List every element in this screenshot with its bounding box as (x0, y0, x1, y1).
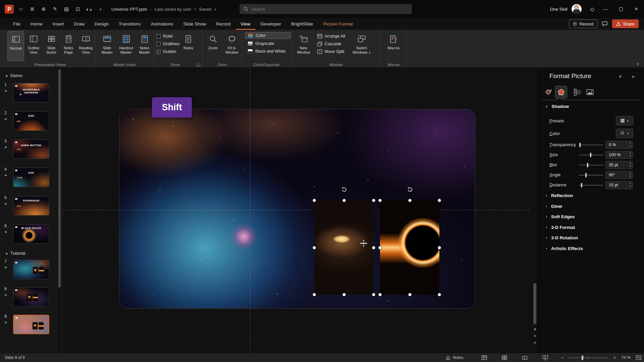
notes-page-button[interactable]: Notes Page (60, 31, 76, 61)
scroll-up-chevron-icon[interactable]: ∧ (532, 326, 538, 332)
minimize-button[interactable]: — (598, 0, 613, 18)
blur-slider[interactable] (579, 165, 603, 165)
reflection-section[interactable]: ›Reflection (538, 191, 644, 200)
tab-design[interactable]: Design (90, 18, 114, 30)
arrange-all-button[interactable]: Arrange All (315, 33, 348, 39)
pane-close-icon[interactable]: × (632, 74, 635, 79)
resize-handle[interactable] (408, 199, 412, 202)
close-button[interactable]: × (629, 0, 644, 18)
zoom-slider-thumb[interactable] (582, 356, 583, 360)
normal-view-button[interactable]: Normal (7, 31, 24, 61)
resize-handle[interactable] (372, 199, 375, 202)
favorite-star-icon[interactable]: ☆ (17, 6, 24, 12)
slider-thumb[interactable] (587, 163, 588, 167)
tab-fill-line-icon[interactable] (542, 86, 554, 99)
resize-handle[interactable] (438, 293, 441, 296)
slide-sorter-button[interactable]: Slide Sorter (43, 31, 60, 61)
slide-thumbnail-7[interactable] (13, 260, 49, 279)
document-title-area[interactable]: Universe PPT.pptx - Last saved by user •… (111, 0, 217, 18)
notes-master-button[interactable]: Notes Master (136, 31, 153, 61)
vertical-guide[interactable] (250, 68, 250, 353)
slider-thumb[interactable] (581, 183, 582, 187)
maximize-button[interactable] (613, 0, 629, 18)
next-slide-button-icon[interactable]: » (532, 340, 538, 345)
handout-master-button[interactable]: Handout Master (117, 31, 136, 61)
resize-handle[interactable] (372, 293, 375, 296)
macros-button[interactable]: Macros (384, 31, 403, 61)
new-window-button[interactable]: New Window (294, 31, 313, 61)
move-split-button[interactable]: Move Split (315, 49, 348, 55)
slide-indicator[interactable]: Slide 9 of 9 (5, 355, 25, 360)
sidebar-scrollbar[interactable] (58, 68, 61, 353)
soft-edges-section[interactable]: ›Soft Edges (538, 212, 644, 221)
blur-spinner[interactable]: 35 pt∧∨ (605, 161, 633, 169)
draw-pen-icon[interactable]: ✎ (52, 6, 58, 12)
guides-checkbox[interactable]: ✓ Guides (156, 49, 179, 54)
notes-toggle-button[interactable]: Notes (445, 355, 463, 360)
resize-handle[interactable] (342, 293, 346, 296)
move-objects-icon[interactable]: ⊕ (40, 6, 47, 12)
slide-thumbnail-2[interactable]: SIZE 93B (13, 111, 49, 131)
transparency-spinner[interactable]: 0 %∧∨ (605, 141, 633, 149)
pane-options-chevron-icon[interactable]: ∨ (619, 74, 622, 79)
ruler-checkbox[interactable]: Ruler (156, 34, 179, 39)
angle-spinner[interactable]: 90°∧∨ (605, 171, 633, 179)
artistic-effects-section[interactable]: ›Artistic Effects (538, 244, 644, 253)
tab-file[interactable]: File (8, 18, 25, 30)
previous-slide-button-icon[interactable]: « (532, 333, 538, 339)
tab-insert[interactable]: Insert (48, 18, 69, 30)
zoom-percentage[interactable]: 74 % (622, 355, 631, 360)
tab-slide-show[interactable]: Slide Show (178, 18, 211, 30)
rotate-handle-icon[interactable] (341, 186, 347, 192)
canvas-scrollbar-thumb[interactable] (533, 283, 536, 324)
resize-handle[interactable] (378, 199, 382, 202)
spinner-arrows-icon[interactable]: ∧∨ (629, 152, 631, 158)
user-avatar[interactable] (572, 4, 582, 14)
reading-view-button[interactable]: Reading View (77, 31, 95, 61)
slide-sorter-status-icon[interactable] (502, 355, 507, 360)
tab-view[interactable]: View (236, 18, 256, 30)
3d-rotation-section[interactable]: ›3-D Rotation (538, 233, 644, 242)
horizontal-guide[interactable] (63, 210, 531, 210)
record-button[interactable]: Record (569, 19, 597, 28)
shadow-section-header[interactable]: ∨ Shadow (545, 104, 569, 109)
crop-icon[interactable]: ⊡ (74, 6, 81, 12)
premium-diamond-icon[interactable]: ◇ (590, 6, 594, 12)
rotate-handle-icon[interactable] (407, 186, 413, 192)
tab-transitions[interactable]: Transitions (114, 18, 146, 30)
distance-slider[interactable] (579, 185, 603, 185)
slide-canvas[interactable]: Shift ∧ « » (63, 68, 538, 353)
show-dialog-launcher-icon[interactable]: ↘ (197, 63, 201, 66)
transparency-slider[interactable] (579, 145, 603, 145)
selected-picture-black-hole[interactable] (380, 200, 439, 295)
slider-thumb[interactable] (579, 143, 581, 147)
slide-thumbnail-8[interactable] (13, 287, 49, 307)
powerpoint-logo-icon[interactable]: P (5, 5, 14, 14)
zoom-button[interactable]: Zoom (205, 31, 221, 61)
resize-handle[interactable] (372, 246, 375, 249)
resize-handle[interactable] (313, 246, 316, 249)
distance-spinner[interactable]: 15 pt∧∨ (605, 181, 633, 189)
slide-thumbnail-5[interactable]: EXPANSION 20% (13, 196, 49, 216)
customize-qat-chevron-icon[interactable]: ∨ (97, 7, 104, 11)
grayscale-button[interactable]: Grayscale (245, 41, 291, 47)
tab-picture-icon[interactable] (584, 86, 596, 99)
resize-handle[interactable] (313, 293, 316, 296)
resize-handle[interactable] (438, 199, 441, 202)
slide-thumbnail-1[interactable]: INCREDIBLE UNIVERSE (13, 83, 49, 103)
tab-size-properties-icon[interactable] (571, 86, 583, 99)
slide-show-status-icon[interactable] (542, 355, 548, 360)
slide-layout-icon[interactable]: ▤ (63, 6, 70, 12)
slide-thumbnail-3[interactable]: DARK MATTER 27% (13, 139, 49, 159)
selected-picture-galaxy[interactable] (314, 200, 374, 295)
glow-section[interactable]: ›Glow (538, 202, 644, 210)
switch-windows-button[interactable]: Switch Windows ∨ (351, 31, 373, 61)
resize-handle[interactable] (438, 246, 441, 249)
section-tutorial[interactable]: Tutorial (5, 251, 25, 256)
tab-draw[interactable]: Draw (69, 18, 90, 30)
zoom-slider[interactable] (569, 358, 608, 358)
normal-view-status-icon[interactable] (481, 355, 487, 360)
spinner-arrows-icon[interactable]: ∧∨ (629, 182, 631, 188)
sidebar-scrollbar-thumb[interactable] (58, 69, 61, 288)
spinner-arrows-icon[interactable]: ∧∨ (629, 141, 631, 147)
